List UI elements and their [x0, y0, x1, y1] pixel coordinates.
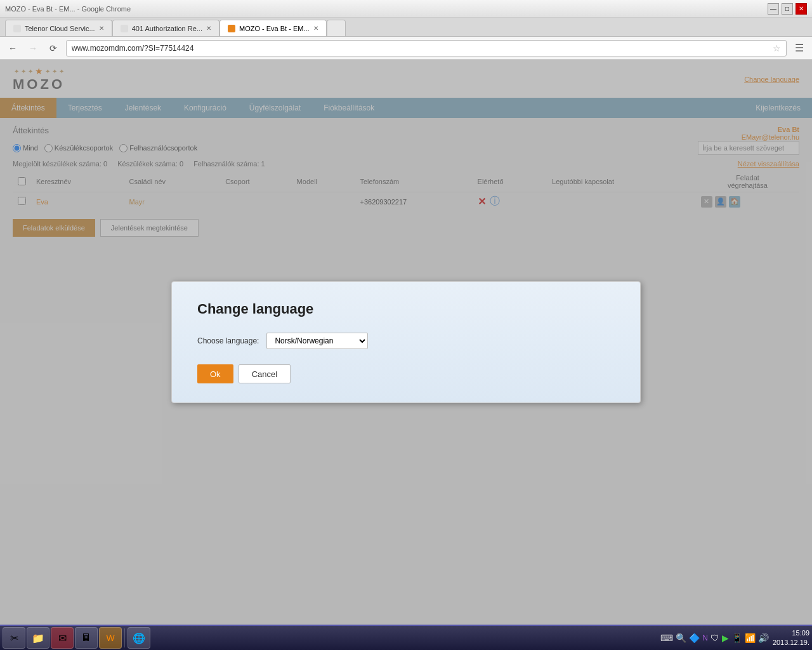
dialog-cancel-button[interactable]: Cancel — [239, 364, 291, 383]
tab-401[interactable]: 401 Authorization Re... ✕ — [112, 20, 219, 36]
taskbar: ✂ 📁 ✉ 🖩 W 🌐 ⌨ 🔍 🔷 N 🛡 ▶ 📱 📶 🔊 15:09 2013… — [0, 625, 812, 650]
tray-icons: ⌨ 🔍 🔷 N 🛡 ▶ 📱 📶 🔊 — [660, 633, 769, 643]
menu-button[interactable]: ☰ — [792, 41, 807, 56]
taskbar-clock: 15:09 2013.12.19. — [773, 628, 809, 648]
close-button[interactable]: ✕ — [796, 3, 807, 15]
title-bar: MOZO - Eva Bt - EM... - Google Chrome — … — [0, 0, 812, 18]
tray-search: 🔍 — [676, 633, 686, 643]
tab-label-telenor: Telenor Cloud Servic... — [25, 25, 95, 32]
taskbar-mail[interactable]: ✉ — [51, 627, 74, 649]
clock-time: 15:09 — [773, 628, 809, 638]
dialog-ok-button[interactable]: Ok — [197, 364, 233, 383]
reload-button[interactable]: ⟳ — [46, 41, 61, 56]
taskbar-chrome[interactable]: 🌐 — [128, 627, 150, 649]
language-select[interactable]: Norsk/Norwegian English Magyar/Hungarian… — [266, 333, 368, 349]
tray-bluetooth: 🔷 — [689, 633, 700, 643]
taskbar-calc[interactable]: 🖩 — [75, 627, 98, 649]
taskbar-folder[interactable]: 📁 — [27, 627, 49, 649]
page-inner: ✦ ✦ ✦ ★ ✦ ✦ ✦ MOZO Change language — [0, 60, 812, 625]
clock-date: 2013.12.19. — [773, 638, 809, 647]
window-controls: — □ ✕ — [768, 3, 807, 15]
tab-label-mozo: MOZO - Eva Bt - EM... — [239, 25, 310, 32]
maximize-button[interactable]: □ — [782, 3, 793, 15]
taskbar-scissors[interactable]: ✂ — [3, 627, 25, 649]
tray-phone: 📱 — [731, 633, 742, 643]
dialog-language-row: Choose language: Norsk/Norwegian English… — [197, 333, 615, 349]
tray-bars: 📶 — [745, 633, 756, 643]
bookmark-icon[interactable]: ☆ — [773, 43, 781, 53]
tab-new[interactable] — [327, 20, 346, 36]
minimize-button[interactable]: — — [768, 3, 779, 15]
dialog-title: Change language — [197, 301, 615, 317]
tab-label-401: 401 Authorization Re... — [132, 25, 202, 32]
tab-favicon-telenor — [13, 25, 21, 32]
page-content: ✦ ✦ ✦ ★ ✦ ✦ ✦ MOZO Change language — [0, 60, 812, 625]
forward-button[interactable]: → — [25, 41, 41, 56]
tray-green: ▶ — [722, 633, 729, 643]
browser-chrome: MOZO - Eva Bt - EM... - Google Chrome — … — [0, 0, 812, 60]
back-button[interactable]: ← — [5, 41, 20, 56]
tab-close-401[interactable]: ✕ — [206, 25, 211, 32]
tab-close-mozo[interactable]: ✕ — [313, 25, 318, 32]
tray-keyboard: ⌨ — [660, 633, 673, 643]
tab-favicon-mozo — [228, 25, 235, 32]
modal-overlay: Change language Choose language: Norsk/N… — [0, 60, 812, 625]
tray-shield: 🛡 — [710, 633, 719, 643]
tray-n: N — [702, 633, 708, 642]
tab-bar: Telenor Cloud Servic... ✕ 401 Authorizat… — [0, 18, 812, 37]
address-text: www.mozomdm.com/?SI=77514424 — [72, 44, 193, 53]
nav-bar: ← → ⟳ www.mozomdm.com/?SI=77514424 ☆ ☰ — [0, 37, 812, 60]
dialog-buttons: Ok Cancel — [197, 364, 615, 383]
tab-close-telenor[interactable]: ✕ — [99, 25, 104, 32]
language-label: Choose language: — [197, 336, 259, 345]
address-bar[interactable]: www.mozomdm.com/?SI=77514424 ☆ — [66, 40, 787, 56]
taskbar-sep1 — [124, 628, 125, 647]
taskbar-word[interactable]: W — [99, 627, 122, 649]
tab-telenor[interactable]: Telenor Cloud Servic... ✕ — [5, 20, 112, 36]
tab-favicon-401 — [121, 25, 128, 32]
tray-sound: 🔊 — [758, 633, 769, 643]
tab-mozo[interactable]: MOZO - Eva Bt - EM... ✕ — [219, 20, 327, 36]
change-language-dialog: Change language Choose language: Norsk/N… — [171, 281, 641, 403]
browser-title: MOZO - Eva Bt - EM... - Google Chrome — [5, 5, 131, 13]
taskbar-right: ⌨ 🔍 🔷 N 🛡 ▶ 📱 📶 🔊 15:09 2013.12.19. — [660, 628, 809, 648]
